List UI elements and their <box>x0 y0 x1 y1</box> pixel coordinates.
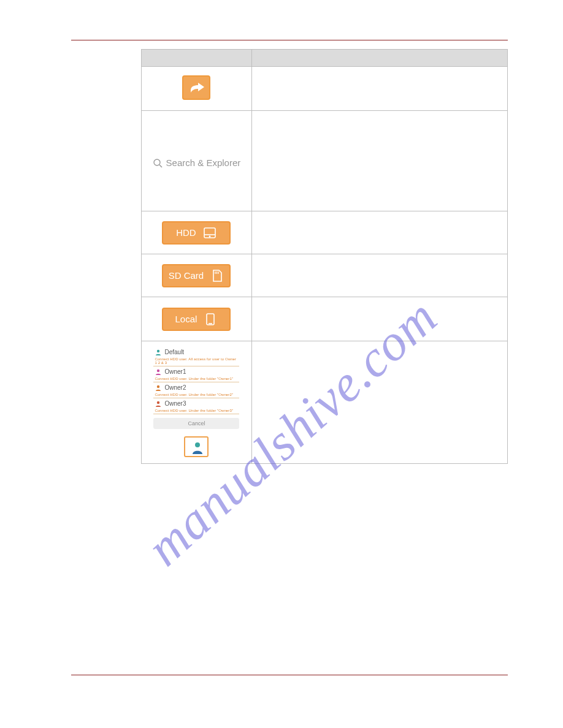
user-icon <box>155 368 162 376</box>
cancel-label: Cancel <box>188 420 205 427</box>
svg-point-0 <box>154 159 160 165</box>
top-rule <box>71 40 508 40</box>
local-button[interactable]: Local <box>162 308 231 331</box>
table-row: Search & Explorer <box>142 111 508 211</box>
svg-point-14 <box>195 442 200 447</box>
cancel-button[interactable]: Cancel <box>153 418 239 429</box>
table-row: Local <box>142 297 508 341</box>
search-icon <box>153 158 163 168</box>
user-name: Owner1 <box>164 368 186 375</box>
phone-icon <box>203 312 218 327</box>
table-row: Default Connect HDD user. All access for… <box>142 341 508 464</box>
user-note: Connect HDD user. Under the folder "Owne… <box>155 393 238 396</box>
user-icon <box>155 400 162 408</box>
col-desc-header <box>251 50 507 67</box>
list-item[interactable]: Owner3 Connect HDD user. Under the folde… <box>153 398 239 414</box>
user-icon <box>155 349 162 356</box>
hdd-button[interactable]: HDD <box>162 221 231 245</box>
bottom-rule <box>71 675 508 675</box>
svg-point-13 <box>157 401 159 403</box>
user-name: Owner3 <box>164 400 186 407</box>
sdcard-button[interactable]: SD Card <box>162 264 231 287</box>
list-item[interactable]: Default Connect HDD user. All access for… <box>153 347 239 366</box>
user-icon <box>155 384 162 392</box>
list-item[interactable]: Owner2 Connect HDD user. Under the folde… <box>153 382 239 398</box>
user-name: Owner2 <box>164 384 186 391</box>
share-button[interactable] <box>182 75 210 100</box>
svg-point-4 <box>209 235 210 237</box>
user-selector-panel: Default Connect HDD user. All access for… <box>153 347 239 458</box>
user-select-button[interactable] <box>184 436 209 457</box>
user-note: Connect HDD user. All access for user to… <box>155 357 238 365</box>
search-and-explorer-label[interactable]: Search & Explorer <box>153 157 241 168</box>
list-item[interactable]: Owner1 Connect HDD user. Under the folde… <box>153 366 239 382</box>
user-badge-icon <box>191 441 204 455</box>
hdd-label: HDD <box>176 227 196 238</box>
svg-point-10 <box>157 349 159 352</box>
table-row: HDD <box>142 211 508 254</box>
svg-point-11 <box>157 369 159 371</box>
user-note: Connect HDD user. Under the folder "Owne… <box>155 409 238 412</box>
feature-table: Search & Explorer HDD <box>141 49 508 464</box>
user-name: Default <box>164 349 184 355</box>
col-icon-header <box>142 50 252 67</box>
svg-point-12 <box>157 385 159 387</box>
local-label: Local <box>175 314 197 324</box>
table-row <box>142 67 508 111</box>
sdcard-icon <box>210 268 224 283</box>
svg-line-1 <box>159 165 162 167</box>
user-note: Connect HDD user. Under the folder "Owne… <box>155 377 238 381</box>
page: Search & Explorer HDD <box>71 40 508 464</box>
hdd-icon <box>202 226 217 240</box>
share-arrow-icon <box>189 82 206 96</box>
search-label-text: Search & Explorer <box>166 157 241 168</box>
sdcard-label: SD Card <box>169 270 204 281</box>
table-row: SD Card <box>142 254 508 297</box>
